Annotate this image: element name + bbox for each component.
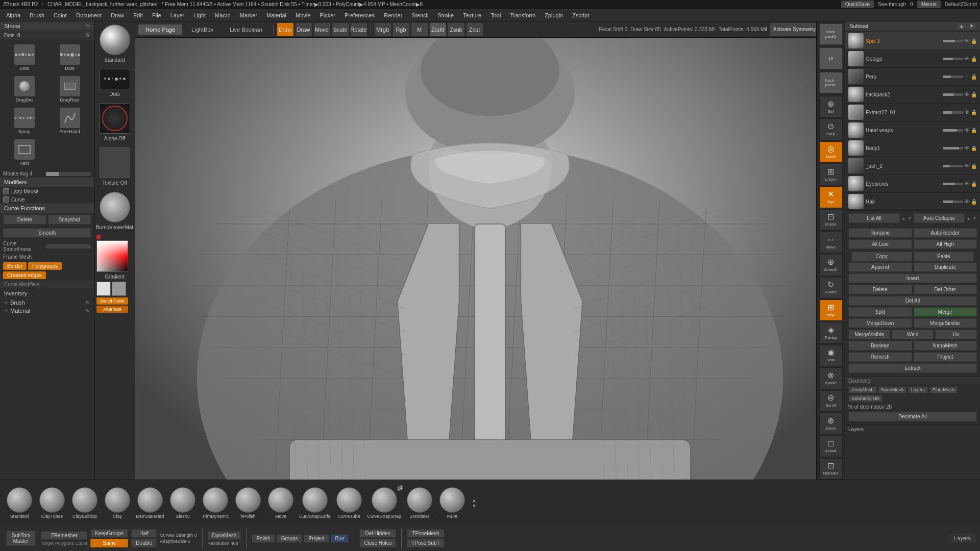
st-spix3[interactable]: Spix 3 👁 🔒 [845,32,980,50]
move-tool[interactable]: ↔ Move [819,232,843,253]
viewport[interactable]: Home Page LightBox Live Boolean Draw Dra… [135,21,845,480]
polygroups-button[interactable]: Polygroups [28,262,62,270]
ash2-lock[interactable]: 🔒 [971,163,977,169]
scroll-tool[interactable]: ⊜ Scroll [819,390,843,412]
hair-slider[interactable] [943,201,963,203]
double-btn[interactable]: Double [131,539,157,547]
menu-stroke[interactable]: Stroke [433,11,458,19]
draw-mode-button[interactable]: Draw [296,23,312,36]
extract-btn[interactable]: Extract [848,363,977,373]
st-eyebrows[interactable]: Eyebrows 👁 🔒 [845,175,980,193]
extract27-slider[interactable] [943,111,963,114]
menu-light[interactable]: Light [189,11,210,19]
merge-down-btn[interactable]: MergeDown [848,318,912,328]
blur-btn[interactable]: Blur [331,534,349,543]
brush-item-rect[interactable]: Rect [2,137,46,168]
merge-similar-btn[interactable]: MergeSimilar [914,318,977,328]
menu-brush[interactable]: Brush [26,11,48,19]
st-extract27[interactable]: Extract27_01 👁 🔒 [845,104,980,121]
subtool-up-btn[interactable]: ▲ [957,23,966,29]
model-bg[interactable] [135,38,845,480]
half-btn[interactable]: Half [131,529,157,538]
brush-item-dots[interactable]: Dots [2,42,46,73]
st-hair[interactable]: Hair 👁 🔒 [845,193,980,211]
draw-button[interactable]: Draw [277,23,293,36]
move-button[interactable]: Move [314,23,330,36]
tab-lightbox[interactable]: LightBox [184,24,220,35]
rotate-tool[interactable]: ↻ Rotate [819,277,843,298]
spix3-lock[interactable]: 🔒 [971,38,977,44]
layers-btn[interactable]: Layers [908,386,928,393]
nano-mesh-btn[interactable]: NanoMesh [878,386,907,393]
uv-btn[interactable]: Uv [935,330,977,339]
bottom-curvetube[interactable]: CurveTube [334,486,364,520]
switch-color-button[interactable]: SwitchColor [96,297,128,305]
brush-item-freehand[interactable]: FreeHand [47,106,92,136]
project-btn[interactable]: Project [914,352,977,362]
spix3-slider[interactable] [943,40,963,42]
handwraps-lock[interactable]: 🔒 [971,128,977,133]
menu-render[interactable]: Render [380,11,406,19]
tpose-subt-btn[interactable]: TPose|SubT [407,539,444,547]
rgb-button[interactable]: Rgb [393,23,409,36]
bottom-slash3[interactable]: Slash3 [167,486,198,520]
body1-lock[interactable]: 🔒 [971,145,977,151]
brush-item-dots2[interactable]: Dots [47,42,92,73]
modifiers-header[interactable]: Modifiers [0,178,94,187]
bottom-curvesnap[interactable]: CurvSnapSurfa [298,486,332,520]
frame-tool[interactable]: ⊡ Frame [819,209,843,231]
menu-picker[interactable]: Picker [315,11,339,19]
all-low-btn[interactable]: All Low [848,239,912,249]
menu-stencil[interactable]: Stencil [407,11,432,19]
tab-live-boolean[interactable]: Live Boolean [223,24,270,35]
zoomd-tool[interactable]: ⊕ ZoomD [819,254,843,276]
brush-section[interactable]: ⊕ Brush ↻ [0,298,94,307]
zremesher-btn[interactable]: ZRemesher [41,531,87,540]
menu-file[interactable]: File [148,11,165,19]
st-handwraps[interactable]: Hand wraps 👁 🔒 [845,121,980,139]
ootage-slider[interactable] [943,58,963,60]
perp-lock[interactable]: 🔒 [971,74,977,80]
bottom-zmodeler[interactable]: ZModeler [404,486,435,520]
split-btn[interactable]: Split [848,307,912,317]
decimate-all-btn[interactable]: Decimate All [848,412,977,421]
auto-reorder-btn[interactable]: AutoReorder [914,228,977,238]
xpose-tool[interactable]: ⊗ Xpose [819,367,843,389]
brush-item-spray[interactable]: Spray [2,106,46,136]
rotate-button[interactable]: Rotate [351,23,367,36]
viewport-bg[interactable] [135,38,845,480]
menu-movie[interactable]: Movie [291,11,314,19]
body1-slider[interactable] [943,147,963,149]
menu-material[interactable]: Material [262,11,290,19]
curve-smoothness-track[interactable] [46,244,91,248]
keep-groups-btn[interactable]: KeepGroups [90,529,128,538]
backpack2-lock[interactable]: 🔒 [971,92,977,97]
extract27-eye[interactable]: 👁 [964,109,970,115]
st-ash2[interactable]: _ash_2 👁 🔒 [845,157,980,175]
actual-tool[interactable]: ◻ Actual [819,435,843,457]
merge-visible-btn[interactable]: MergeVisible [848,330,890,339]
perp-slider[interactable] [943,76,963,78]
mrgb-button[interactable]: Mrgb [375,23,391,36]
rename-btn[interactable]: Rename [848,228,912,238]
boolean-btn[interactable]: Boolean [848,341,912,350]
brush-item-dragdot[interactable]: DragDot [2,74,46,105]
bump-display[interactable] [100,192,130,222]
array-mesh-btn[interactable]: ArrayMesh [848,386,877,393]
perp-eye[interactable]: 👁 [964,73,970,80]
bottom-clay-buildup[interactable]: ClayBuildup [69,486,100,520]
menu-layer[interactable]: Layer [166,11,189,19]
xyz-tool[interactable]: ✕ Xyz [819,186,843,208]
menu-marker[interactable]: Marker [236,11,261,19]
st-body1[interactable]: Body1 👁 🔒 [845,139,980,157]
hair-eye[interactable]: 👁 [964,198,970,205]
curve-functions-header[interactable]: Curve Functions [0,204,94,213]
bottom-curvestrapsnap[interactable]: CurveStrapSnap 1 [366,486,403,520]
hair-lock[interactable]: 🔒 [971,199,977,205]
nanomesh-btn[interactable]: NanoMesh [914,341,977,350]
paste-btn[interactable]: Paste [914,252,974,261]
del-all-btn[interactable]: Del All [848,296,977,306]
border-button[interactable]: Border [3,262,27,270]
menu-alpha[interactable]: Alpha [2,11,24,19]
curve-checkbox[interactable] [3,196,9,203]
